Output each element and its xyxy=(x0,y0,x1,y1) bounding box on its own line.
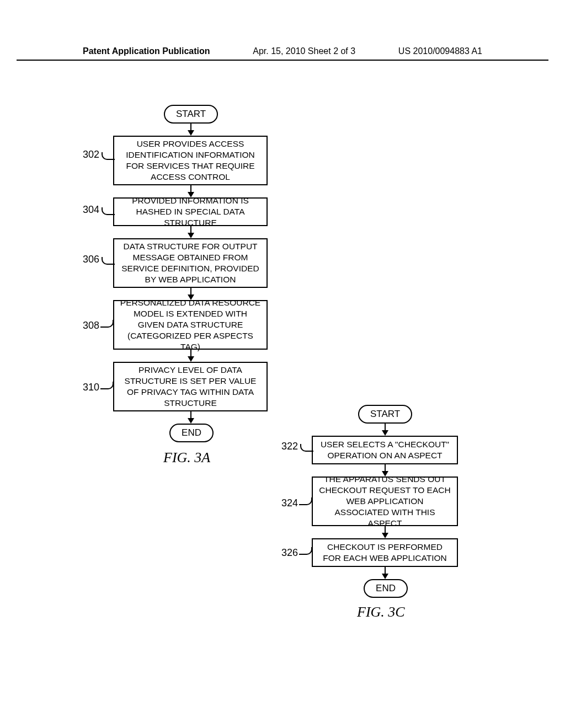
fig3a-step-310: PRIVACY LEVEL OF DATA STRUCTURE IS SET P… xyxy=(113,362,268,411)
arrow-head-icon xyxy=(382,533,388,538)
diagram-canvas: START USER PROVIDES ACCESS IDENTIFICATIO… xyxy=(0,66,565,717)
leader-line xyxy=(100,320,114,328)
ref-302: 302 xyxy=(83,149,99,160)
leader-line xyxy=(102,152,115,160)
arrow-head-icon xyxy=(188,233,194,238)
fig3c-step-324: THE APPARATUS SENDS OUT CHECKOUT REQUEST… xyxy=(312,477,458,526)
fig3c-end-terminator: END xyxy=(364,579,408,598)
fig3a-step-308: PERSONALIZED DATA RESOURCE MODEL IS EXTE… xyxy=(113,300,268,350)
ref-304: 304 xyxy=(83,204,99,216)
header-right: US 2010/0094883 A1 xyxy=(398,46,482,56)
page-header: Patent Application Publication Apr. 15, … xyxy=(17,46,548,61)
leader-line xyxy=(102,257,115,265)
arrow-head-icon xyxy=(382,574,388,579)
leader-line xyxy=(102,207,115,215)
leader-line xyxy=(299,497,312,505)
arrow-head-icon xyxy=(188,130,194,136)
ref-322: 322 xyxy=(281,441,298,452)
fig3a-step-306: DATA STRUCTURE FOR OUTPUT MESSAGE OBTAIN… xyxy=(113,238,268,288)
leader-line xyxy=(100,382,114,389)
ref-310: 310 xyxy=(83,382,99,393)
fig3c-step-322: USER SELECTS A "CHECKOUT" OPERATION ON A… xyxy=(312,436,458,464)
fig3a-step-302: USER PROVIDES ACCESS IDENTIFICATION INFO… xyxy=(113,136,268,185)
header-left: Patent Application Publication xyxy=(83,46,210,56)
ref-326: 326 xyxy=(281,547,298,559)
fig3a-end-terminator: END xyxy=(169,424,214,442)
ref-308: 308 xyxy=(83,320,99,331)
arrow-head-icon xyxy=(188,356,194,362)
fig3a-caption: FIG. 3A xyxy=(163,449,210,466)
ref-324: 324 xyxy=(281,497,298,509)
header-mid: Apr. 15, 2010 Sheet 2 of 3 xyxy=(253,46,355,56)
fig3c-step-326: CHECKOUT IS PERFORMED FOR EACH WEB APPLI… xyxy=(312,538,458,567)
fig3c-caption: FIG. 3C xyxy=(357,604,405,620)
fig3a-start-terminator: START xyxy=(164,105,218,124)
leader-line xyxy=(300,444,313,452)
ref-306: 306 xyxy=(83,254,99,265)
fig3a-step-304: PROVIDED INFORMATION IS HASHED IN SPECIA… xyxy=(113,197,268,226)
arrow-head-icon xyxy=(188,418,194,424)
fig3c-start-terminator: START xyxy=(358,405,412,424)
arrow-head-icon xyxy=(382,430,388,436)
leader-line xyxy=(299,547,312,555)
